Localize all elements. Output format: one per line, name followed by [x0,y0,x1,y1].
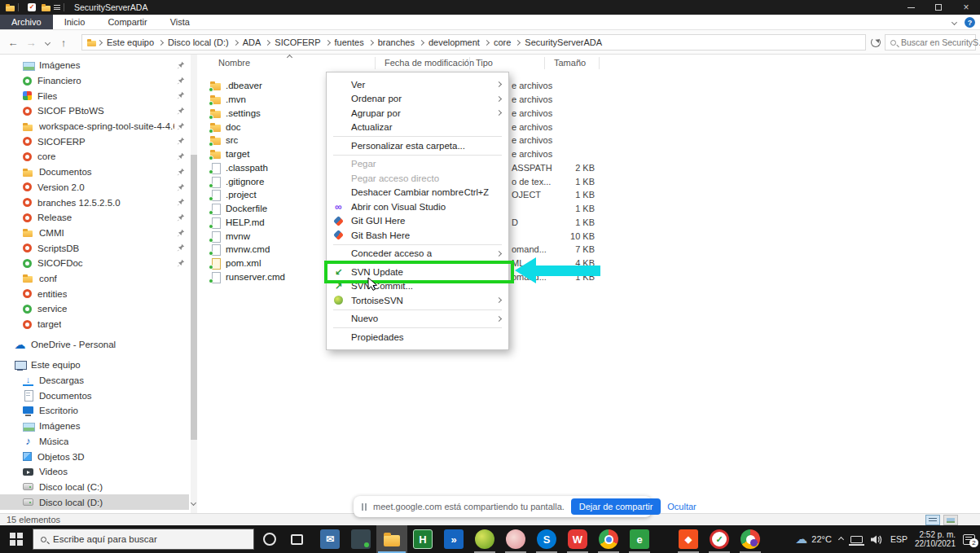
sidebar-item-descargas[interactable]: ↓Descargas [0,373,189,388]
quick-access-newfolder-icon[interactable] [42,4,51,11]
sidebar-item-files[interactable]: Files [0,88,189,103]
help-icon[interactable]: ? [965,17,975,28]
menu-item-ver[interactable]: Ver [327,77,508,92]
sidebar-item-im-genes[interactable]: Imágenes [0,419,189,434]
recent-locations-icon[interactable] [41,30,54,55]
sidebar-item-m-sica[interactable]: ♪Música [0,434,189,450]
taskbar-app-chrome-profile[interactable] [735,525,766,553]
stop-sharing-button[interactable]: Dejar de compartir [571,498,661,515]
sidebar-item-target[interactable]: target [0,317,189,332]
sidebar-item-core[interactable]: core [0,149,189,165]
forward-icon[interactable]: → [23,30,39,55]
breadcrumb-item[interactable]: SICOFERP [275,37,320,47]
taskbar-app-lock-app[interactable] [345,525,376,553]
clock[interactable]: 2:52 p. m. 22/10/2021 [915,530,956,549]
expand-ribbon-icon[interactable] [951,20,957,25]
sidebar-item-sicof-pbtows[interactable]: SICOF PBtoWS [0,103,189,119]
sidebar-item-scriptsdb[interactable]: ScriptsDB [0,240,189,256]
taskbar-app-brain-app[interactable] [500,525,531,553]
language-indicator[interactable]: ESP [890,534,907,544]
sidebar-item-workspace-spring-tool-suite-4-4-6-0-releasi[interactable]: workspace-spring-tool-suite-4-4.6.0.RELE… [0,119,189,134]
breadcrumb-item[interactable]: SecurityServerADA [525,37,602,47]
column-header-fecha[interactable]: Fecha de modificación [385,58,474,68]
sidebar-item-disco-local-d-[interactable]: Disco local (D:) [0,494,189,510]
close-button[interactable]: × [952,0,980,15]
breadcrumb-item[interactable]: fuentes [335,37,364,47]
notification-center-icon[interactable]: 2 [963,534,975,545]
breadcrumb-item[interactable]: branches [378,37,415,47]
taskbar-app-orange-app[interactable]: ◆ [673,525,704,553]
back-icon[interactable]: ← [5,30,21,55]
menu-item-abrir-con-visual-studio[interactable]: ∞Abrir con Visual Studio [327,200,508,214]
sidebar-item-documentos[interactable]: Documentos [0,165,189,180]
menu-item-ordenar-por[interactable]: Ordenar por [327,92,508,107]
ribbon-tab-compartir[interactable]: Compartir [96,15,158,29]
sidebar-item-entities[interactable]: entities [0,286,189,301]
sidebar-scrollbar-thumb[interactable] [191,155,197,440]
sidebar-item-financiero[interactable]: Financiero [0,73,189,89]
menu-item-git-bash-here[interactable]: Git Bash Here [327,228,508,243]
thumbnails-view-button[interactable] [943,515,958,525]
sidebar-item-sicoferp[interactable]: SICOFERP [0,134,189,149]
sidebar-item-onedrive-personal[interactable]: ☁OneDrive - Personal [0,336,189,352]
menu-item-tortoisesvn[interactable]: TortoiseSVN [327,293,508,308]
tray-overflow-icon[interactable] [838,536,844,542]
weather-widget[interactable]: ☁ 22°C [795,532,832,546]
sidebar-item-release[interactable]: Release [0,210,189,226]
menu-item-agrupar-por[interactable]: Agrupar por [327,106,508,121]
menu-item-nuevo[interactable]: Nuevo [327,312,508,327]
taskbar-app-skype[interactable]: S [531,525,562,553]
taskbar-app-file-explorer[interactable] [376,525,407,553]
details-view-button[interactable] [925,515,940,525]
breadcrumb-item[interactable]: Este equipo [107,37,154,47]
task-view-button[interactable] [285,528,308,551]
menu-item-conceder-acceso-a[interactable]: Conceder acceso a [327,247,508,261]
sidebar-item-sicofdoc[interactable]: SICOFDoc [0,256,189,271]
breadcrumb-item[interactable]: Disco local (D:) [168,37,229,47]
menu-item-git-gui-here[interactable]: Git GUI Here [327,214,508,229]
sidebar-item-objetos-3d[interactable]: Objetos 3D [0,449,189,464]
sidebar-item-conf[interactable]: conf [0,271,189,287]
hardware-icon[interactable] [850,536,863,543]
breadcrumb[interactable]: Este equipoDisco local (D:)ADASICOFERPfu… [81,34,866,50]
breadcrumb-item[interactable]: core [494,37,511,47]
sidebar-item-disco-local-c-[interactable]: Disco local (C:) [0,480,189,495]
taskbar-app-antivirus-app[interactable]: ✓ [704,525,735,553]
taskbar-app-mail-app[interactable]: ✉ [314,525,345,553]
menu-item-propiedades[interactable]: Propiedades [327,330,508,345]
taskbar-app-wps-office[interactable]: W [562,525,593,553]
quick-access-properties-icon[interactable]: ✓ [28,3,36,11]
ribbon-tab-archivo[interactable]: Archivo [0,15,53,29]
sidebar-item-branches-12-5-2-5-0[interactable]: branches 12.5.2.5.0 [0,195,189,210]
sidebar-item-documentos[interactable]: Documentos [0,388,189,403]
maximize-button[interactable] [925,0,952,15]
search-box[interactable]: Buscar en SecurityS... [885,34,976,50]
ribbon-tab-vista[interactable]: Vista [159,15,201,29]
sidebar-item-videos[interactable]: Videos [0,464,189,480]
volume-icon[interactable] [870,534,883,545]
taskbar-app-editplus[interactable]: e [624,525,655,553]
taskbar-search[interactable]: Escribe aquí para buscar [33,529,254,550]
sidebar-item-escritorio[interactable]: Escritorio [0,403,189,419]
sidebar-item-este-equipo[interactable]: Este equipo [0,358,189,373]
sidebar-item-service[interactable]: service [0,301,189,317]
column-header-tipo[interactable]: Tipo [476,58,493,68]
menu-item-deshacer-cambiar-nombre[interactable]: Deshacer Cambiar nombreCtrl+Z [327,186,508,200]
taskbar-app-h-app[interactable]: H [407,525,438,553]
sidebar-item-version-2-0[interactable]: Version 2.0 [0,180,189,195]
up-icon[interactable]: ↑ [55,30,72,55]
menu-item-personalizar-esta-carpeta-[interactable]: Personalizar esta carpeta... [327,138,508,153]
cortana-button[interactable] [258,528,281,551]
minimize-button[interactable] [897,0,925,15]
breadcrumb-item[interactable]: ADA [243,37,261,47]
taskbar-app-chrome[interactable] [593,525,624,553]
hide-link[interactable]: Ocultar [667,502,696,511]
taskbar-app-runner-app[interactable]: » [438,525,469,553]
start-button[interactable] [0,525,33,553]
column-header-tamano[interactable]: Tamaño [554,58,586,68]
column-header-nombre[interactable]: Nombre [218,58,250,68]
breadcrumb-item[interactable]: development [428,37,480,47]
refresh-icon[interactable] [871,37,881,47]
sidebar-item-cmmi[interactable]: CMMI [0,226,189,241]
customize-quick-access-icon[interactable] [54,5,60,10]
